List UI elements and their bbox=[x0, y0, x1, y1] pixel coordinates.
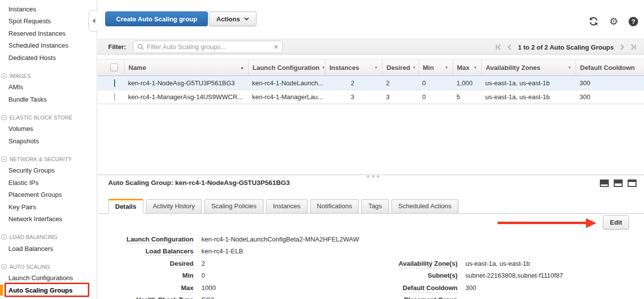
sidebar-item-scheduled-instances[interactable]: Scheduled Instances bbox=[0, 40, 97, 52]
column-label: Instances bbox=[329, 64, 359, 71]
collapse-section-icon[interactable] bbox=[1, 115, 6, 120]
row-checkbox[interactable] bbox=[114, 93, 115, 101]
sidebar-item-volumes[interactable]: Volumes bbox=[0, 123, 97, 135]
sidebar-item-placement-groups[interactable]: Placement Groups bbox=[0, 189, 97, 201]
column-header-default-cooldown[interactable]: Default Cooldown bbox=[576, 60, 644, 75]
sidebar-item-spot-requests[interactable]: Spot Requests bbox=[0, 15, 97, 28]
tab-tags[interactable]: Tags bbox=[361, 199, 388, 213]
sidebar-item-elastic-ips[interactable]: Elastic IPs bbox=[0, 177, 97, 189]
column-label: Default Cooldown bbox=[580, 64, 635, 71]
column-header-launch-configuration[interactable]: Launch Configuration▼ bbox=[248, 60, 325, 75]
tab-activity-history[interactable]: Activity History bbox=[146, 199, 202, 213]
cell-availability-zones: us-east-1a, us-east-1b bbox=[481, 79, 576, 87]
sidebar-section-network-security[interactable]: NETWORK & SECURITY bbox=[0, 154, 97, 165]
field-health-check-type: Health Check Type EC2 bbox=[108, 294, 359, 299]
sidebar-collapse-handle[interactable] bbox=[88, 10, 98, 32]
pane-divider[interactable] bbox=[98, 175, 644, 175]
tab-scheduled-actions[interactable]: Scheduled Actions bbox=[391, 199, 458, 213]
next-page-icon[interactable] bbox=[620, 44, 624, 50]
field-launch-configuration: Launch Configuration ken-rc4-1-NodeLaunc… bbox=[108, 233, 359, 245]
refresh-icon[interactable] bbox=[588, 16, 599, 26]
actions-button[interactable]: Actions bbox=[209, 11, 257, 26]
drag-handle-icon[interactable] bbox=[367, 176, 379, 178]
cell-instances: 3 bbox=[325, 93, 382, 101]
tab-scaling-policies[interactable]: Scaling Policies bbox=[204, 199, 263, 213]
clear-filter-icon[interactable]: × bbox=[274, 43, 278, 51]
sidebar-section-images[interactable]: IMAGES bbox=[0, 70, 97, 81]
column-label: Min bbox=[423, 64, 434, 71]
edit-button[interactable]: Edit bbox=[603, 215, 629, 230]
filter-input-wrap[interactable]: × bbox=[133, 41, 283, 53]
sidebar-section-elastic-block-store[interactable]: ELASTIC BLOCK STORE bbox=[0, 112, 97, 123]
select-all-checkbox[interactable] bbox=[110, 63, 118, 71]
sidebar-item-dedicated-hosts[interactable]: Dedicated Hosts bbox=[0, 52, 97, 64]
sidebar-item-auto-scaling-groups[interactable]: Auto Scaling Groups bbox=[0, 284, 97, 297]
column-header-availability-zones[interactable]: Availability Zones▼ bbox=[481, 60, 576, 75]
sidebar-item-launch-configurations[interactable]: Launch Configurations bbox=[0, 272, 97, 285]
column-header-min[interactable]: Min▼ bbox=[418, 60, 452, 75]
field-label: Subnet(s) bbox=[382, 272, 457, 279]
column-label: Availability Zones bbox=[486, 64, 540, 71]
prev-page-icon[interactable] bbox=[508, 44, 512, 50]
cell-name: ken-rc4-1-NodeAsg-G5TU3P561BG3 bbox=[124, 79, 248, 87]
field-load-balancers: Load Balancers ken-rc4-1-ELB bbox=[108, 245, 359, 258]
sidebar-item-key-pairs[interactable]: Key Pairs bbox=[0, 201, 97, 213]
sort-icon: ▼ bbox=[320, 65, 325, 70]
pane-half-icon[interactable] bbox=[614, 179, 623, 187]
pane-small-icon[interactable] bbox=[600, 179, 609, 187]
table-header: Name▲ Launch Configuration▼ Instances▼ D… bbox=[98, 59, 644, 76]
cell-desired: 2 bbox=[382, 79, 418, 87]
collapse-section-icon[interactable] bbox=[1, 73, 6, 78]
row-checkbox-cell bbox=[98, 93, 124, 101]
sidebar-item-instances[interactable]: Instances bbox=[0, 3, 97, 15]
filter-input[interactable] bbox=[147, 43, 271, 51]
collapse-section-icon[interactable] bbox=[1, 157, 6, 162]
table-row[interactable]: ken-rc4-1-NodeAsg-G5TU3P561BG3 ken-rc4-1… bbox=[98, 76, 644, 90]
column-header-name[interactable]: Name▲ bbox=[124, 60, 248, 75]
tab-notifications[interactable]: Notifications bbox=[310, 199, 359, 213]
field-value: subnet-22163808,subnet-f1110f87 bbox=[465, 272, 563, 279]
table-row[interactable]: ken-rc4-1-ManagerAsg-14US9WWCR... ken-rc… bbox=[98, 90, 644, 105]
cell-max: 5 bbox=[452, 93, 481, 101]
sidebar-item-network-interfaces[interactable]: Network Interfaces bbox=[0, 213, 97, 226]
last-page-icon[interactable] bbox=[631, 44, 636, 50]
help-icon[interactable]: ? bbox=[629, 17, 638, 26]
collapse-section-icon[interactable] bbox=[1, 235, 6, 239]
sidebar-item-bundle-tasks[interactable]: Bundle Tasks bbox=[0, 93, 97, 106]
column-header-instances[interactable]: Instances▼ bbox=[325, 60, 382, 75]
create-auto-scaling-group-button[interactable]: Create Auto Scaling group bbox=[105, 11, 208, 26]
field-placement-group: Placement Group bbox=[382, 294, 563, 299]
sidebar-item-load-balancers[interactable]: Load Balancers bbox=[0, 242, 97, 255]
sidebar-item-reserved-instances[interactable]: Reserved Instances bbox=[0, 27, 97, 40]
sort-icon: ▼ bbox=[372, 65, 378, 70]
column-header-desired[interactable]: Desired▼ bbox=[382, 60, 418, 75]
cell-max: 1,000 bbox=[452, 79, 481, 87]
gear-icon[interactable]: ⚙ bbox=[609, 16, 618, 26]
sidebar-item-snapshots[interactable]: Snapshots bbox=[0, 135, 97, 147]
collapse-section-icon[interactable] bbox=[1, 264, 6, 269]
field-label: Launch Configuration bbox=[108, 236, 193, 243]
cell-instances: 2 bbox=[325, 79, 382, 87]
section-label: ELASTIC BLOCK STORE bbox=[9, 115, 72, 120]
pane-large-icon[interactable] bbox=[628, 179, 637, 187]
row-checkbox-checked[interactable] bbox=[114, 79, 115, 87]
cell-min: 0 bbox=[418, 79, 452, 87]
sidebar-item-amis[interactable]: AMIs bbox=[0, 81, 97, 94]
sort-asc-icon: ▲ bbox=[238, 65, 244, 70]
field-label: Desired bbox=[108, 260, 193, 267]
sidebar-section-auto-scaling[interactable]: AUTO SCALING bbox=[0, 261, 97, 272]
sort-icon: ▼ bbox=[471, 65, 477, 70]
first-page-icon[interactable] bbox=[496, 44, 501, 50]
tab-details[interactable]: Details bbox=[108, 199, 143, 214]
collapse-sidebar-icon bbox=[90, 18, 95, 23]
actions-label: Actions bbox=[216, 15, 240, 23]
tab-instances[interactable]: Instances bbox=[266, 199, 308, 213]
section-label: NETWORK & SECURITY bbox=[9, 156, 71, 162]
cell-min: 0 bbox=[418, 93, 452, 101]
column-header-max[interactable]: Max▼ bbox=[452, 60, 481, 75]
filter-bar: Filter: × 1 to 2 of 2 Auto Scaling Group… bbox=[98, 39, 644, 55]
sidebar-section-load-balancing[interactable]: LOAD BALANCING bbox=[0, 232, 97, 242]
sort-icon: ▼ bbox=[410, 65, 416, 70]
sidebar-item-security-groups[interactable]: Security Groups bbox=[0, 165, 97, 177]
cell-desired: 3 bbox=[382, 93, 418, 101]
